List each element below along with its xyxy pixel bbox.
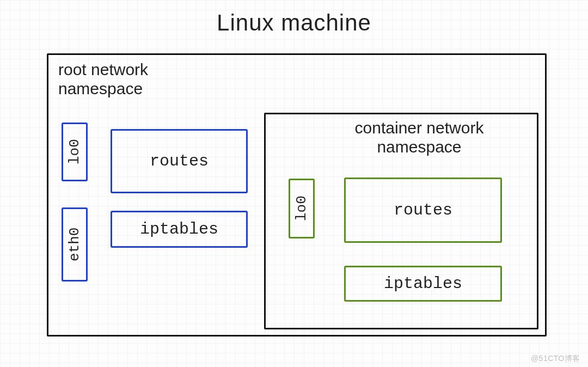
diagram-title: Linux machine — [0, 10, 588, 36]
root-iptables-box: iptables — [111, 211, 248, 248]
root-interface-lo0: lo0 — [62, 123, 88, 181]
root-interface-eth0: eth0 — [62, 207, 88, 282]
root-namespace-label: root networknamespace — [58, 60, 148, 98]
watermark-text: @51CTO博客 — [531, 354, 580, 364]
container-iptables-box: iptables — [344, 266, 502, 302]
container-interface-lo0: lo0 — [289, 179, 315, 238]
container-namespace-box: container networknamespace lo0 routes ip… — [264, 113, 538, 329]
linux-machine-box: root networknamespace lo0 eth0 routes ip… — [47, 53, 547, 337]
root-routes-box: routes — [111, 129, 248, 193]
container-namespace-label: container networknamespace — [321, 119, 517, 156]
container-routes-box: routes — [344, 178, 502, 243]
